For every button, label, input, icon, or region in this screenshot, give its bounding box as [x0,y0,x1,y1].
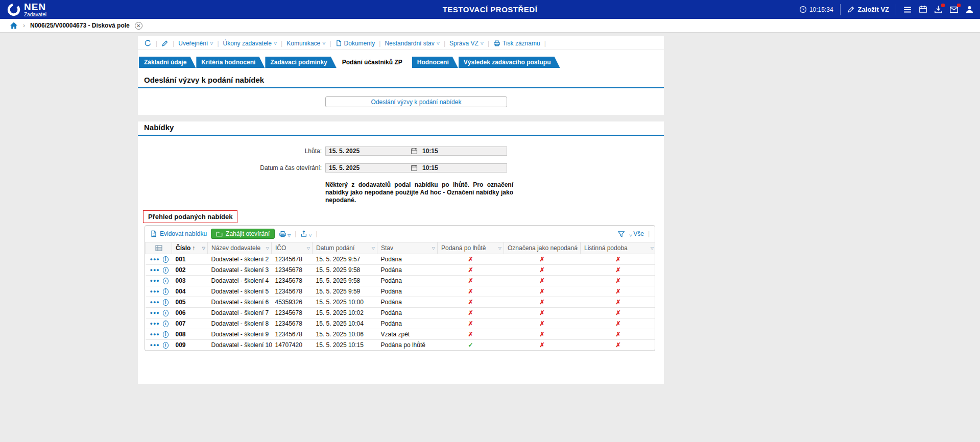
refresh-icon[interactable] [144,39,152,47]
cell-oznacena-nepodana-mark: ✗ [504,329,581,340]
row-actions-icon[interactable]: ●●● [150,332,160,337]
cell-datum-podani: 15. 5. 2025 10:06 [313,329,377,340]
table-row[interactable]: ●●● i 003 Dodavatel - školení 4 12345678… [146,276,656,286]
row-actions-icon[interactable]: ●●● [150,342,160,348]
row-actions-icon[interactable]: ●●● [150,289,160,294]
filter-caret-icon[interactable]: ▽ [266,246,269,251]
table-row[interactable]: ●●● i 009 Dodavatel - školení 10 1470742… [146,340,656,351]
column-header-oznacena-jako-nepodana[interactable]: Označena jako nepodaná▽ [504,242,581,254]
opening-label: Datum a čas otevírání: [138,164,322,171]
tab-kriteria-hodnoceni[interactable]: Kritéria hodnocení [196,57,265,68]
edit-record-icon[interactable] [161,40,169,47]
filter-all-dropdown[interactable]: ▽ Vše [629,230,644,237]
tab-hodnoceni[interactable]: Hodnocení [412,57,458,68]
deadline-date-value[interactable]: 15. 5. 2025 [326,148,411,155]
cell-supplier: Dodavatel - školení 6 [208,297,272,308]
row-info-icon[interactable]: i [163,299,169,306]
opening-date-value[interactable]: 15. 5. 2025 [326,164,411,171]
cell-supplier: Dodavatel - školení 9 [208,329,272,340]
table-row[interactable]: ●●● i 002 Dodavatel - školení 3 12345678… [146,265,656,276]
row-actions-icon[interactable]: ●●● [150,300,160,305]
menu-dokumenty[interactable]: Dokumenty [336,40,375,47]
filter-icon[interactable] [617,230,625,238]
opening-time-value[interactable]: 10:15 [418,164,438,171]
cell-ico: 12345678 [272,308,313,318]
calendar-picker-icon[interactable] [411,164,418,171]
row-info-icon[interactable]: i [163,321,169,327]
table-row[interactable]: ●●● i 007 Dodavatel - školení 8 12345678… [146,318,656,329]
sort-asc-icon: ↑ [192,244,195,252]
mail-icon[interactable] [949,5,959,14]
menu-sprava-vz[interactable]: Správa VZ▽ [449,40,484,47]
menu-komunikace[interactable]: Komunikace▽ [286,40,325,47]
column-header-datum-podani[interactable]: Datum podání▽ [313,242,377,254]
column-header-listinna-podoba[interactable]: Listinná podoba▽ [581,242,656,254]
close-tab-icon[interactable]: ✕ [135,22,142,30]
table-row[interactable]: ●●● i 004 Dodavatel - školení 5 12345678… [146,286,656,297]
cell-ico: 12345678 [272,286,313,297]
filter-caret-icon[interactable]: ▽ [651,246,654,251]
column-header-podana-po-lhute[interactable]: Podaná po lhůtě▽ [438,242,504,254]
row-actions-icon[interactable]: ●●● [150,278,160,283]
cell-podana-po-lhute-mark: ✗ [438,308,504,318]
column-header-ico[interactable]: IČO▽ [272,242,313,254]
menu-tisk-zaznamu[interactable]: Tisk záznamu [493,40,540,47]
row-info-icon[interactable]: i [163,310,169,316]
tab-zadavaci-podminky[interactable]: Zadávací podmínky [265,57,336,68]
row-info-icon[interactable]: i [163,278,169,284]
register-offer-button[interactable]: Evidovat nabídku [150,230,207,237]
filter-caret-icon[interactable]: ▽ [307,246,310,251]
start-opening-button[interactable]: Zahájit otevírání [211,229,275,239]
tab-vysledek-zadavaciho-postupu[interactable]: Výsledek zadávacího postupu [459,57,560,68]
breadcrumb-item[interactable]: N006/25/V00004673 - Disková pole [30,22,130,29]
menu-nestandardni-stav[interactable]: Nestandardní stav▽ [385,40,440,47]
create-vz-button[interactable]: Založit VZ [847,6,889,13]
table-row[interactable]: ●●● i 006 Dodavatel - školení 7 12345678… [146,308,656,318]
document-icon [336,40,342,46]
print-grid-button[interactable]: ▽ [279,230,291,238]
row-actions-icon[interactable]: ●●● [150,310,160,315]
deadline-time-value[interactable]: 10:15 [418,148,438,155]
tab-zakladni-udaje[interactable]: Základní údaje [139,57,196,68]
cell-datum-podani: 15. 5. 2025 9:59 [313,286,377,297]
table-row[interactable]: ●●● i 001 Dodavatel - školení 2 12345678… [146,254,656,265]
menu-ukony-zadavatele[interactable]: Úkony zadavatele▽ [223,40,277,47]
row-info-icon[interactable]: i [163,256,169,263]
calendar-picker-icon[interactable] [411,148,418,155]
column-header-cislo[interactable]: Číslo↑▽ [172,242,208,254]
tab-podani-ucastniku-zp[interactable]: Podání účastníků ZP [337,57,412,68]
opening-input[interactable]: 15. 5. 2025 10:15 [325,163,507,173]
filter-caret-icon[interactable]: ▽ [575,246,578,251]
table-row[interactable]: ●●● i 008 Dodavatel - školení 9 12345678… [146,329,656,340]
filter-caret-icon[interactable]: ▽ [372,246,375,251]
column-settings-icon[interactable] [146,242,172,254]
filter-caret-icon[interactable]: ▽ [202,246,205,251]
send-invite-button[interactable]: Odeslání výzvy k podání nabídek [325,96,507,107]
cell-podana-po-lhute-mark: ✗ [438,276,504,286]
column-header-stav[interactable]: Stav▽ [377,242,438,254]
menu-uverejneni[interactable]: Uveřejnění▽ [178,40,213,47]
user-icon[interactable] [965,5,974,14]
export-grid-button[interactable]: ▽ [300,230,312,237]
nen-brand[interactable]: NEN Zadavatel [7,2,46,17]
row-actions-icon[interactable]: ●●● [150,257,160,262]
row-info-icon[interactable]: i [163,331,169,338]
calendar-icon[interactable] [919,5,927,14]
home-icon[interactable] [10,21,18,30]
column-header-nazev-dodavatele[interactable]: Název dodavatele▽ [208,242,272,254]
filter-caret-icon[interactable]: ▽ [432,246,435,251]
row-info-icon[interactable]: i [163,342,169,349]
row-info-icon[interactable]: i [163,288,169,295]
cell-ico: 12345678 [272,329,313,340]
row-info-icon[interactable]: i [163,267,169,274]
register-offer-icon [150,230,157,237]
offers-grid-panel: Evidovat nabídku Zahájit otevírání ▽ | [145,225,655,351]
filter-caret-icon[interactable]: ▽ [498,246,501,251]
row-actions-icon[interactable]: ●●● [150,267,160,273]
table-row[interactable]: ●●● i 005 Dodavatel - školení 6 45359326… [146,297,656,308]
cell-number: 004 [172,286,208,297]
deadline-input[interactable]: 15. 5. 2025 10:15 [325,146,507,156]
menu-hamburger-icon[interactable] [903,5,912,14]
downloads-icon[interactable] [934,5,943,14]
row-actions-icon[interactable]: ●●● [150,321,160,326]
